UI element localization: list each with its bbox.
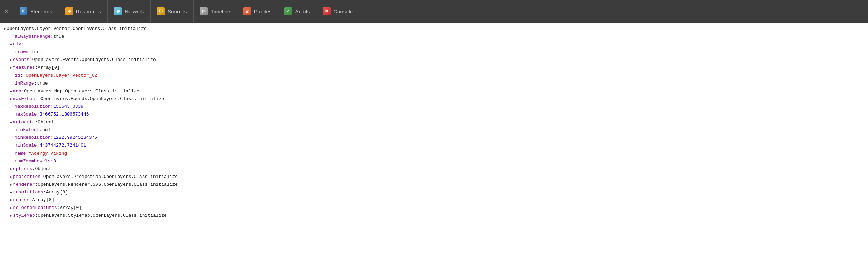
property-value: "OpenLayers.Layer.Vector_62" [23, 72, 100, 80]
arrow-icon[interactable]: ▶ [10, 205, 12, 211]
arrow-icon[interactable]: ▶ [10, 197, 12, 203]
property-value: Array[8] [46, 189, 68, 196]
property-value: Object [38, 118, 54, 126]
property-key: renderer [13, 181, 35, 189]
list-item: id: "OpenLayers.Layer.Vector_62" [4, 72, 868, 80]
list-item: minExtent: null [4, 126, 868, 134]
tab-console[interactable]: Console [316, 0, 359, 23]
network-icon [114, 7, 122, 15]
arrow-icon[interactable]: ▶ [10, 42, 12, 48]
property-value: OpenLayers.Projection.OpenLayers.Class.i… [43, 173, 178, 181]
list-item: numZoomLevels: 8 [4, 158, 868, 165]
property-colon: : [26, 150, 29, 158]
property-key: maxExtent [13, 95, 38, 103]
property-colon: : [34, 80, 37, 87]
tab-network-label: Network [125, 8, 144, 14]
property-key: selectedFeatures [13, 204, 57, 212]
elements-icon [20, 7, 27, 15]
list-item: ▶selectedFeatures: Array[0] [4, 204, 868, 212]
console-content: ▼OpenLayers.Layer.Vector.OpenLayers.Clas… [0, 23, 868, 222]
list-item: ▶options: Object [4, 165, 868, 173]
property-value: OpenLayers.Events.OpenLayers.Class.initi… [32, 56, 156, 64]
property-value: Array[8] [32, 196, 54, 204]
property-colon: : [39, 126, 42, 134]
property-key: maxResolution [15, 103, 50, 111]
tab-resources-label: Resources [76, 8, 101, 14]
close-icon: ✕ [5, 8, 8, 15]
arrow-icon[interactable]: ▼ [4, 26, 6, 32]
property-key: minScale [15, 142, 37, 149]
property-key: resolutions [13, 189, 43, 196]
arrow-icon[interactable]: ▶ [10, 57, 12, 63]
arrow-icon[interactable]: ▶ [10, 166, 12, 172]
property-key: options [13, 165, 32, 173]
list-item: ▶scales: Array[8] [4, 196, 868, 204]
property-colon: : [35, 64, 38, 72]
property-value: "Acergy Viking" [29, 150, 70, 158]
list-item: drawn: true [4, 48, 868, 56]
property-colon: : [57, 204, 60, 212]
list-item: ▶metadata: Object [4, 118, 868, 126]
property-key: maxScale [15, 111, 37, 118]
property-key: name [15, 150, 26, 158]
list-item: alwaysInRange: true [4, 33, 868, 41]
property-colon: : [50, 158, 53, 165]
property-key: styleMap [13, 212, 35, 220]
property-value: 156543.0339 [53, 103, 83, 111]
property-colon: : [21, 87, 24, 95]
property-value: OpenLayers.Renderer.SVG.OpenLayers.Class… [38, 181, 178, 189]
property-value: Array[0] [60, 204, 82, 212]
property-key: div [13, 41, 21, 48]
resources-icon [65, 7, 73, 15]
property-colon: : [50, 103, 53, 111]
tab-network[interactable]: Network [108, 0, 151, 23]
list-item: ▶resolutions: Array[8] [4, 189, 868, 196]
property-value: OpenLayers.Bounds.OpenLayers.Class.initi… [40, 95, 164, 103]
property-colon: : [43, 189, 46, 196]
property-colon: : [37, 111, 39, 118]
tab-resources[interactable]: Resources [59, 0, 108, 23]
tab-timeline[interactable]: Timeline [194, 0, 237, 23]
arrow-icon[interactable]: ▶ [10, 119, 12, 125]
property-key: events [13, 56, 30, 64]
tab-audits-label: Audits [295, 8, 310, 14]
property-key: minResolution [15, 134, 50, 142]
property-colon: : [30, 56, 32, 64]
arrow-icon[interactable]: ▶ [10, 96, 12, 102]
arrow-icon[interactable]: ▶ [10, 174, 12, 180]
arrow-icon[interactable]: ▶ [10, 88, 12, 94]
property-colon: : [38, 95, 40, 103]
list-item: ▶map: OpenLayers.Map.OpenLayers.Class.in… [4, 87, 868, 95]
tab-console-label: Console [333, 8, 353, 14]
tab-profiles-label: Profiles [254, 8, 271, 14]
property-key: inRange [15, 80, 34, 87]
tab-audits[interactable]: Audits [278, 0, 316, 23]
property-colon: : [21, 41, 24, 48]
list-item: name: "Acergy Viking" [4, 150, 868, 158]
close-button[interactable]: ✕ [1, 6, 11, 16]
property-value: 3466752.1306573446 [39, 111, 89, 118]
arrow-icon[interactable]: ▶ [10, 213, 12, 219]
devtools-toolbar: ✕ Elements Resources Network Sources Tim… [0, 0, 868, 23]
list-item: maxScale: 3466752.1306573446 [4, 111, 868, 118]
property-colon: : [32, 165, 35, 173]
property-key: drawn [15, 48, 29, 56]
list-item: ▶maxExtent: OpenLayers.Bounds.OpenLayers… [4, 95, 868, 103]
tab-elements[interactable]: Elements [13, 0, 59, 23]
property-colon: : [29, 48, 31, 56]
list-item: ▼OpenLayers.Layer.Vector.OpenLayers.Clas… [4, 25, 868, 33]
tab-sources[interactable]: Sources [151, 0, 194, 23]
property-colon: : [40, 173, 43, 181]
property-value: 1222.99245234375 [53, 134, 97, 142]
property-value: Object [35, 165, 51, 173]
tab-sources-label: Sources [168, 8, 187, 14]
list-item: ▶features: Array[0] [4, 64, 868, 72]
arrow-icon[interactable]: ▶ [10, 190, 12, 196]
tab-timeline-label: Timeline [210, 8, 230, 14]
arrow-icon[interactable]: ▶ [10, 65, 12, 71]
tab-profiles[interactable]: Profiles [237, 0, 278, 23]
property-value: 443744272.7241401 [39, 142, 86, 149]
arrow-icon[interactable]: ▶ [10, 182, 12, 188]
list-item: inRange: true [4, 80, 868, 87]
list-item: minResolution: 1222.99245234375 [4, 134, 868, 142]
